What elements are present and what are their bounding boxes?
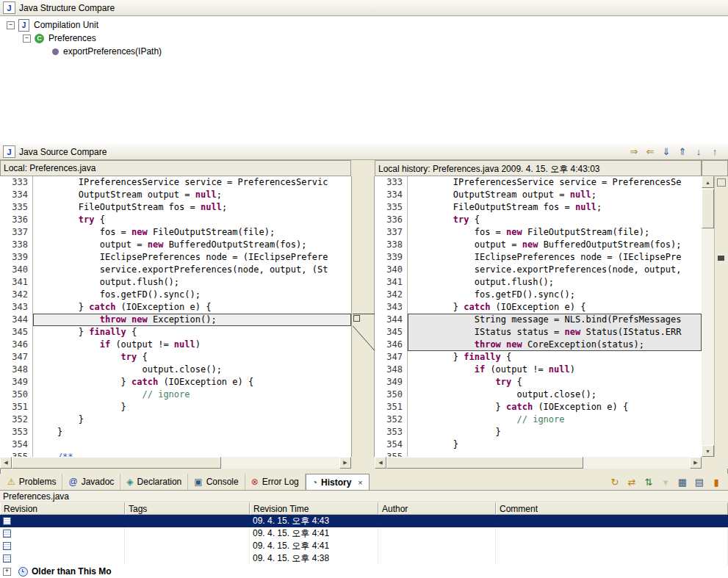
- scroll-up-icon[interactable]: ▲: [702, 176, 714, 188]
- tree-item[interactable]: −CPreferences: [1, 32, 727, 45]
- code-text[interactable]: } catch (IOException e) {: [33, 376, 351, 389]
- group-expander-icon[interactable]: +: [3, 568, 11, 576]
- code-text[interactable]: if (output != null): [408, 364, 702, 376]
- tab-history[interactable]: ◔History×: [306, 474, 370, 490]
- scroll-down-icon[interactable]: ▼: [702, 445, 714, 457]
- diff-gutter[interactable]: [351, 176, 375, 457]
- code-text[interactable]: /**: [33, 451, 351, 457]
- overview-ruler-button[interactable]: [717, 178, 726, 187]
- revision-row[interactable]: 09. 4. 15. 오후 4:41: [0, 527, 728, 540]
- code-text[interactable]: fos.getFD().sync();: [33, 289, 351, 301]
- scroll-left-icon[interactable]: ◀: [0, 457, 12, 469]
- code-text[interactable]: try {: [33, 214, 351, 226]
- right-horizontal-scrollbar[interactable]: ◀ ▶: [375, 457, 702, 469]
- copy-all-left-to-right-icon[interactable]: ⇒: [627, 145, 641, 159]
- code-text[interactable]: output.close();: [408, 389, 702, 401]
- scroll-right-icon[interactable]: ▶: [339, 457, 351, 469]
- scroll-right-icon[interactable]: ▶: [690, 457, 702, 469]
- code-text[interactable]: if (output != null): [33, 339, 351, 351]
- code-text[interactable]: fos = new FileOutputStream(file);: [408, 226, 702, 239]
- view-menu-icon[interactable]: ▾: [658, 475, 673, 488]
- code-text[interactable]: try {: [408, 376, 702, 389]
- code-text[interactable]: IPreferencesService service = Preference…: [33, 176, 351, 189]
- code-text[interactable]: } finally {: [408, 351, 702, 364]
- tree-expander-icon[interactable]: −: [23, 35, 31, 43]
- column-header-comment[interactable]: Comment: [496, 502, 728, 515]
- code-text[interactable]: OutputStream output = null;: [33, 189, 351, 201]
- code-text[interactable]: FileOutputStream fos = null;: [33, 201, 351, 214]
- code-text[interactable]: }: [408, 438, 702, 451]
- diff-marker[interactable]: [718, 256, 724, 261]
- close-icon[interactable]: ×: [358, 478, 362, 487]
- tree-item[interactable]: −JCompilation Unit: [1, 18, 727, 32]
- code-text[interactable]: }: [408, 426, 702, 438]
- code-text[interactable]: [408, 451, 702, 457]
- tab-problems[interactable]: ⚠Problems: [1, 474, 62, 490]
- code-text[interactable]: throw new Exception();: [33, 314, 351, 326]
- next-difference-icon[interactable]: ⇓: [659, 145, 674, 159]
- tab-javadoc[interactable]: @Javadoc: [62, 474, 120, 490]
- code-text[interactable]: [33, 438, 351, 451]
- scroll-left-icon[interactable]: ◀: [375, 457, 386, 469]
- code-text[interactable]: fos.getFD().sync();: [408, 289, 702, 301]
- tree-expander-icon[interactable]: −: [7, 21, 15, 29]
- code-text[interactable]: } catch (IOException e) {: [408, 301, 702, 314]
- tab-error-log[interactable]: ⊗Error Log: [245, 474, 306, 490]
- vertical-scroll-thumb[interactable]: [702, 189, 714, 228]
- link-with-editor-icon[interactable]: ⇄: [624, 475, 639, 488]
- code-text[interactable]: try {: [33, 351, 351, 364]
- copy-all-right-to-left-icon[interactable]: ⇐: [643, 145, 657, 159]
- code-text[interactable]: output = new BufferedOutputStream(fos);: [408, 239, 702, 251]
- filter-icon[interactable]: ▮: [709, 475, 724, 488]
- left-horizontal-scrollbar[interactable]: ◀ ▶: [0, 457, 351, 469]
- code-text[interactable]: output.flush();: [408, 276, 702, 289]
- code-text[interactable]: IEclipsePreferences node = (IEclipsePre: [408, 251, 702, 264]
- compare-mode-icon[interactable]: ⇅: [641, 475, 656, 488]
- code-text[interactable]: }: [33, 426, 351, 438]
- code-text[interactable]: // ignore: [408, 413, 702, 426]
- older-group-row[interactable]: + Older than This Mo: [0, 565, 728, 578]
- previous-difference-icon[interactable]: ⇑: [675, 145, 690, 159]
- code-text[interactable]: service.exportPreferences(node, output, …: [33, 264, 351, 276]
- code-text[interactable]: throw new CoreException(status);: [408, 339, 702, 351]
- code-text[interactable]: }: [33, 401, 351, 413]
- tab-console[interactable]: ▣Console: [188, 474, 245, 490]
- code-text[interactable]: fos = new FileOutputStream(file);: [33, 226, 351, 239]
- right-code-pane[interactable]: 333 IPreferencesService service = Prefer…: [375, 176, 702, 457]
- code-text[interactable]: try {: [408, 214, 702, 226]
- code-text[interactable]: FileOutputStream fos = null;: [408, 201, 702, 214]
- code-text[interactable]: OutputStream output = null;: [408, 189, 702, 201]
- column-header-author[interactable]: Author: [378, 502, 496, 515]
- code-text[interactable]: IEclipsePreferences node = (IEclipsePref…: [33, 251, 351, 264]
- column-header-revision-time[interactable]: Revision Time: [250, 502, 378, 515]
- refresh-icon[interactable]: ↻: [608, 475, 622, 488]
- revision-row[interactable]: 09. 4. 15. 오후 4:38: [0, 552, 728, 565]
- code-text[interactable]: IPreferencesService service = Preference…: [408, 176, 702, 189]
- right-horizontal-scroll-thumb[interactable]: [386, 457, 583, 469]
- group-by-date-icon[interactable]: ▤: [692, 475, 707, 488]
- tree-item[interactable]: exportPreferences(IPath): [1, 45, 727, 58]
- tab-declaration[interactable]: ◈Declaration: [120, 474, 188, 490]
- code-text[interactable]: service.exportPreferences(node, output,: [408, 264, 702, 276]
- code-text[interactable]: String message = NLS.bind(PrefsMessages: [408, 314, 702, 326]
- revision-row[interactable]: 09. 4. 15. 오후 4:41: [0, 540, 728, 552]
- code-text[interactable]: output.close();: [33, 364, 351, 376]
- code-text[interactable]: output = new BufferedOutputStream(fos);: [33, 239, 351, 251]
- vertical-scrollbar[interactable]: ▲ ▼: [702, 176, 714, 457]
- code-text[interactable]: } finally {: [33, 326, 351, 339]
- left-horizontal-scroll-thumb[interactable]: [12, 457, 221, 469]
- overview-ruler[interactable]: [714, 176, 728, 457]
- revision-row[interactable]: 09. 4. 15. 오후 4:43: [0, 515, 728, 527]
- previous-change-icon[interactable]: ↑: [707, 145, 722, 159]
- code-text[interactable]: IStatus status = new Status(IStatus.ERR: [408, 326, 702, 339]
- column-header-tags[interactable]: Tags: [125, 502, 250, 515]
- column-header-revision[interactable]: Revision: [0, 502, 125, 515]
- code-text[interactable]: }: [33, 413, 351, 426]
- code-text[interactable]: output.flush();: [33, 276, 351, 289]
- pin-view-icon[interactable]: ▦: [675, 475, 690, 488]
- left-code-pane[interactable]: 333 IPreferencesService service = Prefer…: [0, 176, 351, 457]
- next-change-icon[interactable]: ↓: [691, 145, 706, 159]
- code-text[interactable]: } catch (IOException e) {: [408, 401, 702, 413]
- code-text[interactable]: // ignore: [33, 389, 351, 401]
- code-text[interactable]: } catch (IOException e) {: [33, 301, 351, 314]
